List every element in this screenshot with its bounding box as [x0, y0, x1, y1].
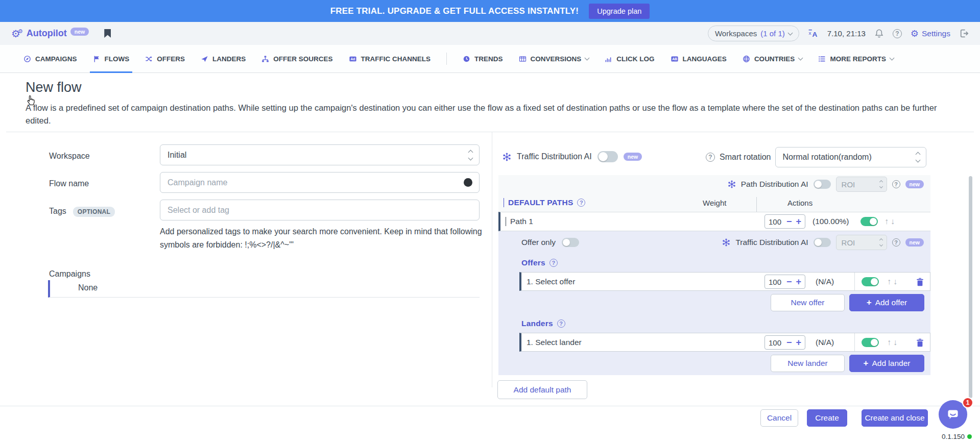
- lander-weight-stepper[interactable]: 100 − +: [764, 335, 805, 350]
- section-divider: [6, 132, 974, 132]
- tab-conversions[interactable]: CONVERSIONS: [519, 45, 589, 72]
- add-lander-button[interactable]: +Add lander: [849, 355, 924, 372]
- offer-weight-value[interactable]: 100: [769, 278, 782, 286]
- workspace-label: Workspace: [49, 152, 90, 161]
- path-weight-value[interactable]: 100: [769, 217, 782, 226]
- inner-ai-metric-select[interactable]: ROI: [836, 235, 887, 250]
- app-name[interactable]: Autopilot: [27, 28, 67, 39]
- move-up-icon[interactable]: ↑: [887, 277, 891, 286]
- path-ai-help-icon[interactable]: ?: [892, 180, 900, 188]
- offer-enabled-toggle[interactable]: [862, 277, 879, 286]
- plus-icon[interactable]: +: [796, 277, 802, 286]
- tab-label: COUNTRIES: [754, 55, 795, 63]
- create-button[interactable]: Create: [807, 409, 847, 427]
- lander-weight-value[interactable]: 100: [769, 338, 782, 347]
- plus-icon: +: [864, 358, 869, 368]
- add-default-path-button[interactable]: Add default path: [497, 380, 587, 399]
- sitemap-icon: [261, 55, 269, 63]
- svg-text:x: x: [808, 30, 811, 36]
- offer-weight-stepper[interactable]: 100 − +: [764, 275, 805, 289]
- tab-offer-sources[interactable]: OFFER SOURCES: [261, 45, 332, 72]
- minus-icon[interactable]: −: [786, 277, 792, 286]
- settings-label: Settings: [922, 29, 950, 38]
- cancel-button[interactable]: Cancel: [760, 409, 798, 427]
- tab-flows[interactable]: FLOWS: [93, 45, 130, 72]
- ai-icon: [503, 153, 511, 161]
- move-up-icon[interactable]: ↑: [885, 217, 889, 226]
- ad-icon: Ad: [349, 55, 357, 63]
- select-arrows-icon: [880, 239, 882, 246]
- lander-row-label[interactable]: 1. Select lander: [521, 338, 582, 347]
- inner-traffic-ai-toggle[interactable]: [814, 238, 831, 247]
- weight-column-header: Weight: [703, 199, 726, 207]
- smart-rotation-help-icon[interactable]: ?: [706, 153, 715, 162]
- tab-traffic-channels[interactable]: Ad TRAFFIC CHANNELS: [349, 45, 431, 72]
- path-distribution-ai-toggle[interactable]: [814, 180, 831, 189]
- default-paths-panel: Path Distribution AI ROI ? new DEFAULT P…: [498, 175, 930, 375]
- tab-click-log[interactable]: CLICK LOG: [605, 45, 654, 72]
- nav-divider: [446, 53, 447, 65]
- flow-name-input[interactable]: [160, 172, 480, 193]
- select-arrows-icon: [916, 153, 920, 162]
- tab-landers[interactable]: LANDERS: [201, 45, 246, 72]
- translate-icon[interactable]: x A: [808, 29, 819, 38]
- upgrade-plan-button[interactable]: Upgrade plan: [589, 4, 650, 19]
- offers-heading: Offers ?: [498, 254, 930, 272]
- minus-icon[interactable]: −: [786, 217, 792, 226]
- scrollbar[interactable]: [969, 176, 972, 398]
- new-lander-button[interactable]: New lander: [771, 355, 845, 372]
- collapse-chevron-icon[interactable]: [506, 217, 506, 226]
- tab-label: TRENDS: [474, 55, 503, 63]
- plus-icon[interactable]: +: [796, 217, 802, 226]
- tags-input[interactable]: [160, 200, 480, 220]
- column-separator: [756, 197, 757, 212]
- trash-icon[interactable]: [916, 338, 924, 347]
- column-divider: [492, 132, 492, 387]
- smart-rotation-select[interactable]: Normal rotation(random): [775, 147, 926, 167]
- bookmark-icon[interactable]: [104, 29, 111, 38]
- workspace-select[interactable]: Initial: [160, 144, 480, 165]
- tab-countries[interactable]: COUNTRIES: [743, 45, 803, 72]
- path-enabled-toggle[interactable]: [861, 217, 878, 226]
- workspaces-dropdown[interactable]: Workspaces (1 of 1): [708, 26, 799, 41]
- flow-color-dot[interactable]: [464, 178, 472, 187]
- row-separator: [854, 273, 855, 290]
- plus-icon[interactable]: +: [796, 338, 802, 347]
- flow-name-label: Flow name: [49, 179, 89, 188]
- path-weight-stepper[interactable]: 100 − +: [764, 214, 805, 229]
- minus-icon[interactable]: −: [786, 338, 792, 347]
- app-logo[interactable]: ⚙⚙ Autopilot new: [11, 28, 89, 39]
- trial-banner: FREE TRIAL. UPGRADE & GET FULL ACCESS IN…: [0, 0, 980, 22]
- collapse-chevron-icon[interactable]: [504, 198, 504, 207]
- traffic-distribution-ai-toggle[interactable]: [597, 151, 618, 162]
- help-icon[interactable]: ?: [893, 29, 902, 38]
- move-down-icon[interactable]: ↓: [893, 338, 897, 347]
- lander-enabled-toggle[interactable]: [862, 338, 879, 347]
- logout-icon[interactable]: [959, 29, 969, 38]
- add-offer-button[interactable]: +Add offer: [849, 294, 924, 311]
- landers-help-icon[interactable]: ?: [557, 319, 565, 328]
- default-paths-help-icon[interactable]: ?: [577, 199, 585, 207]
- offer-row-label[interactable]: 1. Select offer: [521, 277, 575, 286]
- tab-offers[interactable]: OFFERS: [145, 45, 185, 72]
- move-up-icon[interactable]: ↑: [887, 338, 891, 347]
- move-down-icon[interactable]: ↓: [893, 277, 897, 286]
- bell-icon[interactable]: [874, 29, 884, 38]
- workspaces-count: (1 of 1): [760, 29, 785, 38]
- select-arrows-icon: [880, 181, 882, 188]
- settings-button[interactable]: ⚙ Settings: [911, 28, 950, 39]
- inner-ai-help-icon[interactable]: ?: [892, 238, 900, 247]
- offer-only-toggle[interactable]: [562, 238, 579, 247]
- trash-icon[interactable]: [916, 278, 924, 286]
- tab-languages[interactable]: AB LANGUAGES: [671, 45, 727, 72]
- offers-help-icon[interactable]: ?: [549, 259, 558, 267]
- tab-label: MORE REPORTS: [830, 55, 886, 63]
- path-ai-metric-select[interactable]: ROI: [836, 177, 887, 192]
- new-offer-button[interactable]: New offer: [771, 294, 845, 311]
- tab-trends[interactable]: TRENDS: [463, 45, 503, 72]
- add-lander-label: Add lander: [872, 359, 910, 368]
- tab-campaigns[interactable]: CAMPAIGNS: [23, 45, 77, 72]
- tab-more-reports[interactable]: MORE REPORTS: [818, 45, 894, 72]
- move-down-icon[interactable]: ↓: [891, 217, 895, 226]
- create-and-close-button[interactable]: Create and close: [862, 409, 928, 427]
